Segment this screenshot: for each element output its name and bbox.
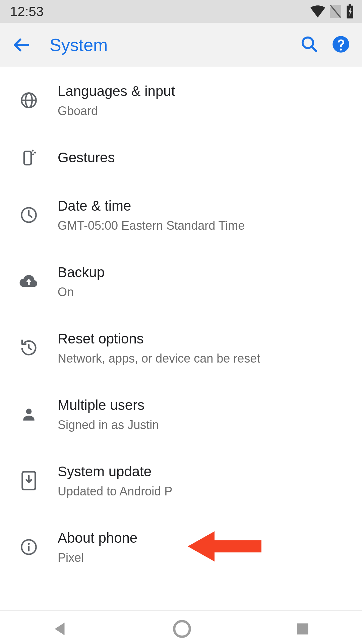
battery-charging-icon xyxy=(346,4,354,18)
status-time: 12:53 xyxy=(10,4,44,19)
settings-list: Languages & input Gboard Gestures Date &… xyxy=(0,67,362,611)
gesture-icon xyxy=(19,148,38,167)
row-subtitle: Pixel xyxy=(58,550,349,566)
arrow-back-icon xyxy=(12,36,31,54)
svg-point-9 xyxy=(34,152,36,154)
navigation-bar xyxy=(0,611,362,644)
row-title: Gestures xyxy=(58,148,349,167)
row-title: Multiple users xyxy=(58,396,349,415)
nav-circle-home-icon xyxy=(173,620,191,638)
svg-rect-7 xyxy=(24,151,31,165)
row-subtitle: Gboard xyxy=(58,103,349,119)
row-subtitle: Updated to Android P xyxy=(58,484,349,499)
no-sim-icon xyxy=(330,5,341,18)
row-reset-options[interactable]: Reset options Network, apps, or device c… xyxy=(0,315,362,381)
row-languages-input[interactable]: Languages & input Gboard xyxy=(0,67,362,133)
spacer xyxy=(0,580,362,610)
back-button[interactable] xyxy=(10,33,34,57)
svg-point-12 xyxy=(26,409,32,414)
help-icon xyxy=(332,35,350,53)
svg-line-2 xyxy=(312,47,316,51)
nav-recents-button[interactable] xyxy=(295,622,310,638)
row-title: Backup xyxy=(58,263,349,282)
globe-icon xyxy=(20,92,38,109)
row-subtitle: Signed in as Justin xyxy=(58,417,349,433)
row-gestures[interactable]: Gestures xyxy=(0,133,362,182)
nav-triangle-back-icon xyxy=(52,621,69,637)
search-button[interactable] xyxy=(300,35,318,55)
nav-home-button[interactable] xyxy=(173,620,191,640)
row-about-phone[interactable]: About phone Pixel xyxy=(0,514,362,580)
cloud-upload-icon xyxy=(19,274,39,289)
status-bar: 12:53 xyxy=(0,0,362,23)
row-backup[interactable]: Backup On xyxy=(0,248,362,315)
svg-point-16 xyxy=(28,543,30,545)
svg-point-18 xyxy=(174,621,190,637)
wifi-icon xyxy=(310,5,325,18)
nav-square-recents-icon xyxy=(295,622,310,636)
row-subtitle: On xyxy=(58,284,349,300)
system-update-icon xyxy=(21,471,37,490)
info-icon xyxy=(20,538,38,556)
row-date-time[interactable]: Date & time GMT-05:00 Eastern Standard T… xyxy=(0,182,362,248)
row-title: Reset options xyxy=(58,329,349,348)
svg-point-10 xyxy=(32,153,34,155)
restore-icon xyxy=(20,339,38,357)
status-icons xyxy=(310,4,354,18)
svg-rect-19 xyxy=(297,624,308,635)
nav-back-button[interactable] xyxy=(52,621,69,639)
row-subtitle: GMT-05:00 Eastern Standard Time xyxy=(58,218,349,233)
search-icon xyxy=(300,35,318,53)
person-icon xyxy=(20,406,37,423)
row-title: Date & time xyxy=(58,197,349,215)
app-bar: System xyxy=(0,23,362,67)
row-subtitle: Network, apps, or device can be reset xyxy=(58,351,349,366)
row-title: System update xyxy=(58,462,349,481)
row-system-update[interactable]: System update Updated to Android P xyxy=(0,447,362,514)
row-title: About phone xyxy=(58,529,349,547)
help-button[interactable] xyxy=(332,35,350,55)
page-title: System xyxy=(50,35,300,55)
svg-point-8 xyxy=(32,150,34,152)
clock-icon xyxy=(20,206,38,224)
row-multiple-users[interactable]: Multiple users Signed in as Justin xyxy=(0,381,362,447)
row-title: Languages & input xyxy=(58,82,349,101)
